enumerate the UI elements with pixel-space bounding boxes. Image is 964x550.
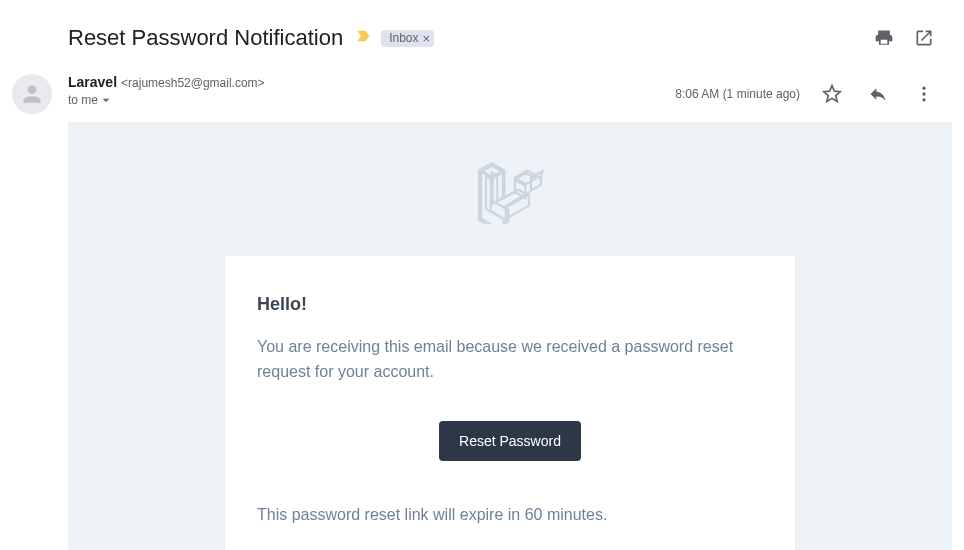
avatar[interactable] bbox=[12, 74, 52, 114]
sender-name: Laravel bbox=[68, 74, 117, 90]
to-text: to me bbox=[68, 93, 98, 107]
greeting: Hello! bbox=[257, 294, 763, 315]
email-meta-row: Laravel <rajumesh52@gmail.com> to me 8:0… bbox=[0, 70, 964, 114]
star-icon[interactable] bbox=[812, 74, 852, 114]
reply-icon[interactable] bbox=[858, 74, 898, 114]
important-marker-icon[interactable] bbox=[355, 27, 373, 49]
expire-text: This password reset link will expire in … bbox=[257, 503, 763, 528]
intro-text: You are receiving this email because we … bbox=[257, 335, 763, 385]
email-body-container: Hello! You are receiving this email beca… bbox=[68, 122, 952, 550]
more-icon[interactable] bbox=[904, 74, 944, 114]
chevron-down-icon bbox=[98, 92, 114, 108]
label-text: Inbox bbox=[389, 31, 418, 45]
email-header: Reset Password Notification Inbox × bbox=[0, 0, 964, 70]
svg-point-1 bbox=[922, 92, 925, 95]
inbox-label-chip[interactable]: Inbox × bbox=[381, 30, 434, 47]
svg-point-2 bbox=[922, 98, 925, 101]
email-subject: Reset Password Notification bbox=[68, 25, 343, 51]
svg-point-0 bbox=[922, 87, 925, 90]
email-card: Hello! You are receiving this email beca… bbox=[225, 256, 795, 550]
sender-info: Laravel <rajumesh52@gmail.com> to me bbox=[68, 74, 675, 108]
reset-password-button[interactable]: Reset Password bbox=[439, 421, 581, 461]
timestamp: 8:06 AM (1 minute ago) bbox=[675, 87, 800, 101]
sender-email: <rajumesh52@gmail.com> bbox=[121, 76, 265, 90]
close-icon[interactable]: × bbox=[422, 31, 430, 46]
print-icon[interactable] bbox=[864, 18, 904, 58]
recipient-dropdown[interactable]: to me bbox=[68, 92, 675, 108]
laravel-logo-icon bbox=[68, 146, 952, 256]
open-new-window-icon[interactable] bbox=[904, 18, 944, 58]
